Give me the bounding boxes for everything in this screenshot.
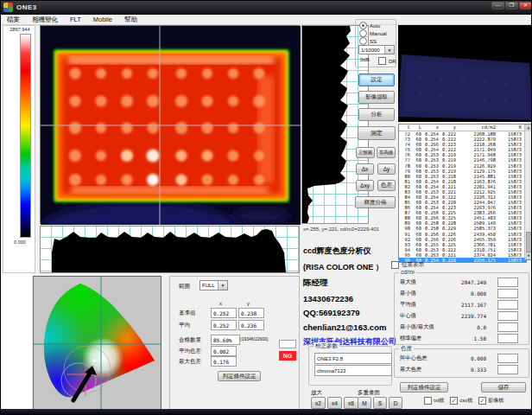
calibration-field-1[interactable]: ONE3 F2.8 [314,353,392,364]
save-button[interactable]: 儲存 [481,382,526,393]
chevron-down-icon: ▼ [218,281,227,290]
zoom-x4-button[interactable]: x4 [327,397,342,409]
avg-diff-label: 平均色差 [179,348,201,355]
shutter-dropdown[interactable]: 1/10000 ▼ [358,45,395,54]
colorbar-max-value: 2867.944 [4,27,35,32]
analyze-button[interactable]: 分析 [358,108,395,121]
chroma-row: 與中心色差0.000 [400,353,525,363]
multi-screen-label: 多重畫面 [358,389,380,397]
zoom-x8-button[interactable]: x8 [344,397,358,409]
position-label: 位置表示 [402,261,424,269]
calibration-field-2[interactable]: chroma7123 [314,365,392,376]
set-button[interactable]: 設定 [358,73,395,86]
stat-label: 標準偏差 [400,335,421,342]
minimize-button[interactable]: — [491,2,504,10]
delta-xy-button[interactable]: Δxy [356,180,374,191]
stat-value: 0.0 [477,324,486,330]
table-scrollbar[interactable]: ▲ ▼ [524,124,532,259]
menu-item-3[interactable]: Mobile [87,16,118,23]
save-check-1[interactable]: csv檔 [450,397,472,405]
multi-S-button[interactable]: S [373,397,387,409]
stat-label: 平均值 [400,301,416,309]
menu-item-1[interactable]: 相機變化 [26,16,64,24]
multi-M-button[interactable]: M [358,397,371,409]
avg-diff-field: 0.002 [211,346,237,356]
stat-row: 最小值/最大值0.0 [400,322,525,332]
stat-label: 最大值 [400,278,416,286]
product-name: ccd辉度色度分析仪 [303,246,400,257]
measure-button[interactable]: 測定 [358,126,396,140]
multi-screen-buttons: MSD [358,397,402,409]
chroma-label: 最大色差 [400,366,421,374]
menu-item-2[interactable]: FLT [64,16,87,23]
judge-settings-button-right[interactable]: 判定條件設定 [400,382,448,393]
judge-settings-button-mid[interactable]: 判定條件設定 [218,371,261,381]
average-x-field[interactable]: 0.252 [211,320,237,330]
menu-item-0[interactable]: 檔案 [1,16,26,24]
stats-title: cd/m² [399,269,416,275]
pass-detail: (19346/22600) [240,336,269,342]
stat-row: 最小值0.000 [400,288,525,298]
scroll-up-icon[interactable]: ▲ [525,124,532,131]
minimize-icon: — [492,3,504,9]
chevron-down-icon: ▼ [384,46,394,54]
scroll-down-icon[interactable]: ▼ [525,252,532,259]
colorbar-panel: 2867.944 0.000 [3,25,35,273]
reference-label: 基準值 [179,310,196,317]
capture-settings-box: Auto Manual SS 1/10000 ▼ 0dB DR [355,19,396,67]
horizontal-luminance-profile [40,226,300,273]
radio-auto[interactable] [359,22,367,29]
multi-D-button[interactable]: D [389,397,402,409]
stereo-button[interactable]: 立體圖 [356,147,375,158]
measurement-table-header: CLxycd/m2K [399,124,527,131]
window-bottom-border [1,409,532,415]
radio-ss[interactable] [359,37,367,45]
radio-auto-label: Auto [370,23,380,29]
luminance-heatmap[interactable] [40,25,300,224]
contour-button[interactable]: 等高線 [377,147,396,158]
cie-white-point [92,359,96,362]
grab-button[interactable]: 影像擷取 [358,91,395,104]
position-display-toggle[interactable]: 位置表示 [391,261,424,269]
radio-ss-label: SS [370,39,377,44]
colorbar-min-value: 0.000 [4,239,35,245]
radio-manual[interactable] [359,29,367,37]
table-header-3: y [439,124,456,131]
close-button[interactable]: ✕ [519,2,532,10]
stat-result-box [497,311,518,321]
save-check-box[interactable] [424,397,432,405]
color-diff-button[interactable]: 色差 [377,180,396,191]
luminance-dist-button[interactable]: 輝度分佈 [355,196,396,208]
save-check-box[interactable] [450,397,458,405]
zoom-x2-button[interactable]: x2 [311,397,326,409]
range-dropdown[interactable]: FULL ▼ [200,280,228,290]
measurement-table[interactable]: CLxycd/m2K 72600.2540.2222268.1881587373… [398,124,532,260]
delta-y-button[interactable]: Δy [377,163,396,175]
save-check-box[interactable] [478,397,486,405]
delta-x-button[interactable]: Δx [356,163,374,175]
position-checkbox[interactable] [391,261,399,269]
ng-status-badge: NG [279,351,296,361]
table-header-0: C [399,124,410,131]
save-check-0[interactable]: txt檔 [424,397,444,405]
table-cell: 0.254 [421,258,439,263]
average-label: 平均 [179,322,190,329]
stat-value: 2847.249 [461,279,486,285]
stat-result-box [497,322,518,332]
reference-y-field[interactable]: 0.238 [238,308,264,318]
scrollbar-thumb[interactable] [526,232,532,252]
table-cell: 2256.175 [456,258,496,263]
save-check-label: 影像檔 [488,397,504,405]
range-label: 範圍 [179,283,190,290]
cie-chromaticity-diagram[interactable] [33,276,162,414]
menu-item-4[interactable]: 幫助 [118,16,143,24]
dr-checkbox[interactable] [378,57,386,65]
maximize-button[interactable]: ❐ [505,2,518,10]
chroma-title: 色度 [399,345,414,353]
save-check-2[interactable]: 影像檔 [478,397,504,405]
average-y-field[interactable]: 0.236 [238,320,264,330]
contact-person: 陈经理 [303,278,400,289]
col-y-header: y [247,301,250,306]
stat-value: 0.000 [471,290,486,297]
reference-x-field[interactable]: 0.252 [211,308,237,318]
